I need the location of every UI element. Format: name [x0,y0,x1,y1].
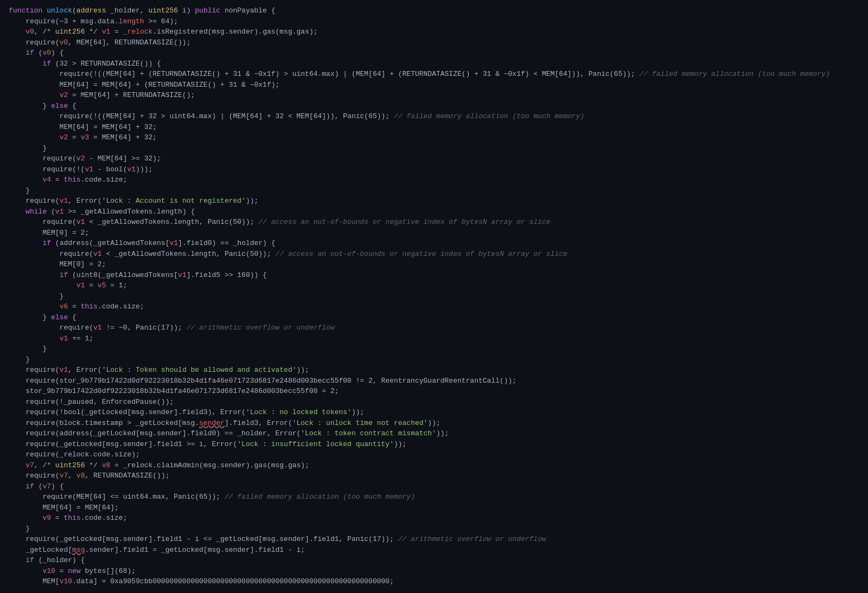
line-content: MEM[64] = MEM[64]; [9,502,119,513]
line-content: v7, /* uint256 */ v8 = _relock.claimAdmi… [9,460,309,471]
line-content: } [9,291,63,302]
line-content: MEM[0] = 2; [9,228,89,239]
code-line: require(v1, Error('Lock : Token should b… [0,365,868,376]
code-line: MEM[0] = 2; [0,259,868,270]
line-content: MEM[64] = MEM[64] + (RETURNDATASIZE() + … [9,80,279,91]
code-line: if (address(_getAllowedTokens[v1].field0… [0,238,868,249]
line-content: require(!((MEM[64] + 32 > uint64.max) | … [9,111,584,122]
code-line: } else { [0,312,868,323]
line-content: require(v7, v8, RETURNDATASIZE()); [9,470,169,481]
line-content: require(!_paused, EnforcedPause()); [9,397,174,408]
line-content: } else { [9,312,76,323]
line-content: } [9,344,47,354]
line-content: _getLocked[msg.sender].field1 = _getLock… [9,545,305,556]
code-line: MEM[64] = MEM[64] + 32; [0,122,868,133]
line-content: if (uint8(_getAllowedTokens[v1].field5 >… [9,270,267,281]
code-line: function unlock(address _holder, uint256… [0,5,868,16]
code-line: v2 = MEM[64] + RETURNDATASIZE(); [0,90,868,101]
line-content: } else { [9,101,76,112]
line-content: require(_getLocked[msg.sender].field1 - … [9,534,546,545]
line-content: require(v1, Error('Lock : Account is not… [9,196,258,207]
code-line: v9 = this.code.size; [0,513,868,524]
line-content: MEM[0] = 2; [9,259,106,270]
line-content: require(address(_getLocked[msg.sender].f… [9,428,449,439]
line-content: if (32 > RETURNDATASIZE()) { [9,59,161,69]
line-content: require(!bool(_getLocked[msg.sender].fie… [9,407,364,418]
code-line: require(block.timestamp > _getLocked[msg… [0,418,868,429]
code-line: require(_getLocked[msg.sender].field1 - … [0,534,868,545]
code-line: } [0,344,868,354]
code-line: v2 = v3 = MEM[64] + 32; [0,132,868,143]
code-line: require(_relock.code.size); [0,449,868,460]
code-line: v6 = this.code.size; [0,301,868,312]
code-line: } [0,524,868,534]
code-line: require(!bool(_getLocked[msg.sender].fie… [0,407,868,418]
code-line: require(!_paused, EnforcedPause()); [0,397,868,408]
line-content: if (address(_getAllowedTokens[v1].field0… [9,238,276,249]
code-line: require(v0, MEM[64], RETURNDATASIZE()); [0,37,868,48]
code-line: MEM[0] = 2; [0,228,868,239]
code-line: } [0,291,868,302]
code-line: v1 = v5 = 1; [0,280,868,291]
line-content: } [9,354,30,365]
code-line: v10 = new bytes[](68); [0,566,868,577]
line-content: MEM[v10.data] = 0xa9059cbb00000000000000… [9,576,394,587]
line-content: require(v1 != ~0, Panic(17)); // arithme… [9,323,335,333]
line-content: v10 = new bytes[](68); [9,566,136,577]
line-content: v2 = MEM[64] + RETURNDATASIZE(); [9,90,195,101]
code-line: while (v1 >= _getAllowedTokens.length) { [0,207,868,217]
line-content: require(v0, MEM[64], RETURNDATASIZE()); [9,37,190,48]
code-line: MEM[64] = MEM[64] + (RETURNDATASIZE() + … [0,80,868,91]
line-content: require(v1, Error('Lock : Token should b… [9,365,309,376]
code-line: } [0,143,868,154]
line-content: require(block.timestamp > _getLocked[msg… [9,418,441,429]
code-line: if (v7) { [0,481,868,492]
code-line: v1 += 1; [0,333,868,344]
line-content: MEM[64] = MEM[64] + 32; [9,122,157,133]
line-content: if (v0) { [9,48,63,59]
code-line: } [0,354,868,365]
code-line: require(v7, v8, RETURNDATASIZE()); [0,470,868,481]
code-line: require(v1 < _getAllowedTokens.length, P… [0,249,868,260]
line-content: } [9,185,30,196]
code-line: require(_getLocked[msg.sender].field1 >=… [0,439,868,450]
code-line: MEM[v10.data] = 0xa9059cbb00000000000000… [0,576,868,587]
line-content: while (v1 >= _getAllowedTokens.length) { [9,207,195,217]
code-line: require(!((MEM[64] + (RETURNDATASIZE() +… [0,69,868,80]
code-line: v4 = this.code.size; [0,175,868,185]
line-content: if (v7) { [9,481,63,492]
code-line: if (v0) { [0,48,868,59]
code-line: } [0,185,868,196]
code-line: v0, /* uint256 */ v1 = _relock.isRegiste… [0,27,868,37]
code-line: require(!((MEM[64] + 32 > uint64.max) | … [0,111,868,122]
code-line: if (uint8(_getAllowedTokens[v1].field5 >… [0,270,868,281]
line-content: } [9,143,47,154]
line-content: stor_9b779b17422d0df92223018b32b4d1fa46e… [9,386,339,397]
line-content: require(!((MEM[64] + (RETURNDATASIZE() +… [9,69,829,80]
line-content: v1 += 1; [9,333,93,344]
line-content: if (_holder) { [9,555,85,566]
line-content: v9 = this.code.size; [9,513,127,524]
code-line: MEM[64] = MEM[64]; [0,502,868,513]
line-content: v6 = this.code.size; [9,301,144,312]
code-line: require(v1, Error('Lock : Account is not… [0,196,868,207]
line-content: require(~3 + msg.data.length >= 64); [9,16,178,27]
line-content: require(_relock.code.size); [9,449,140,460]
line-content: v0, /* uint256 */ v1 = _relock.isRegiste… [9,27,318,37]
line-content: require(v1 < _getAllowedTokens.length, P… [9,217,551,228]
line-content: v1 = v5 = 1; [9,280,127,291]
line-content: require(v2 - MEM[64] >= 32); [9,153,161,164]
code-line: require(~3 + msg.data.length >= 64); [0,16,868,27]
line-content: } [9,524,30,534]
code-line: require(v1 < _getAllowedTokens.length, P… [0,217,868,228]
line-content: v2 = v3 = MEM[64] + 32; [9,132,157,143]
code-line: } else { [0,101,868,112]
line-content: v4 = this.code.size; [9,175,127,185]
line-content: function unlock(address _holder, uint256… [9,5,276,16]
line-content: require(_getLocked[msg.sender].field1 >=… [9,439,406,450]
code-line: require(v1 != ~0, Panic(17)); // arithme… [0,323,868,333]
code-line: stor_9b779b17422d0df92223018b32b4d1fa46e… [0,386,868,397]
code-line: if (_holder) { [0,555,868,566]
code-line: _getLocked[msg.sender].field1 = _getLock… [0,545,868,556]
code-line: v7, /* uint256 */ v8 = _relock.claimAdmi… [0,460,868,471]
